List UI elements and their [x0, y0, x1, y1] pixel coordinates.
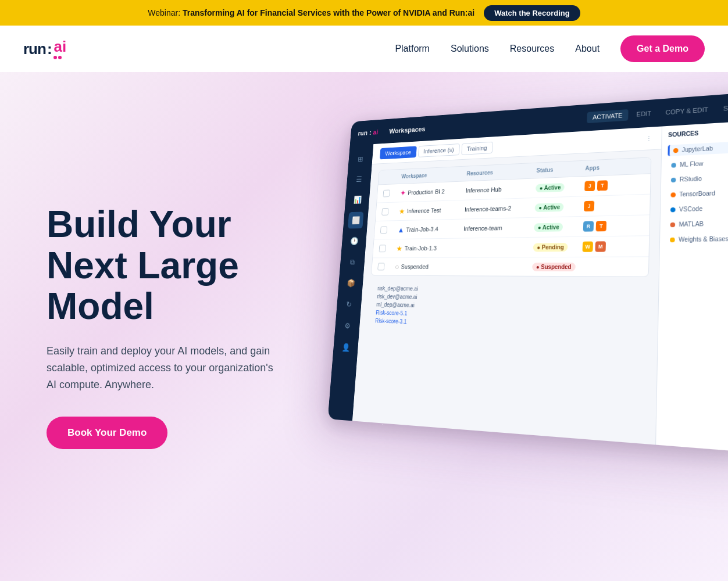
dash-tab-activate[interactable]: ACTIVATE [587, 109, 629, 123]
col-checkbox [384, 174, 398, 180]
dash-tab-edit[interactable]: EDIT [630, 107, 657, 121]
rstudio-icon: R [583, 221, 594, 231]
hero-description: Easily train and deploy your AI models, … [47, 343, 279, 393]
sidebar-icon-refresh[interactable]: ↻ [341, 296, 357, 313]
tensorboard-dot [670, 192, 676, 197]
dash-logo: run : ai [358, 128, 379, 137]
sidebar-icon-grid[interactable]: ⊞ [352, 150, 368, 167]
row-checkbox[interactable] [381, 208, 388, 216]
row-name: ○ Suspended [395, 262, 458, 271]
matlab-icon: M [595, 241, 606, 252]
dash-tab-copy-edit[interactable]: COPY & EDIT [659, 103, 715, 119]
status-badge-suspended: ● Suspended [532, 262, 576, 271]
sidebar-icon-list[interactable]: ☰ [351, 171, 367, 188]
nav-link-platform[interactable]: Platform [395, 44, 430, 54]
row-status: ● Active [534, 222, 579, 231]
row-status: ● Active [536, 182, 580, 192]
status-badge-active: ● Active [536, 183, 565, 192]
subnav-inference-btn[interactable]: Inference (s) [418, 144, 460, 157]
dash-actions: ⋮ [646, 135, 652, 141]
row-checkbox[interactable] [383, 190, 390, 198]
wb-dot [670, 237, 675, 242]
row-indicator: ○ [395, 263, 399, 271]
sidebar-icon-layers[interactable]: ⧉ [344, 253, 361, 270]
dash-table-area: Workspace Resources Status Apps ✦ [352, 149, 661, 444]
nav-links: Platform Solutions Resources About Get a… [395, 35, 705, 62]
row-name: ✦ Production BI 2 [400, 187, 462, 197]
right-panel-item-vscode[interactable]: VSCode [666, 201, 728, 215]
hero-title: Build Your Next Large Model [47, 204, 279, 327]
sidebar-icon-clock[interactable]: 🕐 [346, 232, 362, 249]
subnav-workspace-btn[interactable]: Workspace [380, 146, 417, 159]
row-apps: W M [583, 241, 642, 252]
right-panel-item-tensorboard[interactable]: TensorBoard [667, 186, 728, 200]
wb-icon: W [583, 242, 593, 252]
row-resource: Inference-team [463, 224, 530, 232]
row-name: ★ Train-Job-1.3 [396, 243, 459, 253]
col-status: Status [536, 166, 581, 174]
workspace-name: Suspended [401, 263, 429, 270]
row-indicator: ✦ [400, 189, 406, 198]
sidebar-icon-settings[interactable]: ⚙ [339, 317, 355, 334]
sidebar-icon-chart[interactable]: 📊 [349, 191, 365, 208]
row-apps: J T [584, 179, 643, 192]
row-status: ● Suspended [532, 262, 577, 271]
banner-text: Webinar: Transforming AI for Financial S… [148, 8, 474, 17]
jupyter-label: JupyterLab [682, 145, 713, 153]
logo-ai-text: ai [54, 39, 67, 54]
right-panel-item-wb[interactable]: Weights & Biases [666, 232, 728, 245]
nav-link-about[interactable]: About [575, 44, 599, 54]
dash-right-panel: SOURCES JupyterLab ML Flow RStudio [655, 120, 728, 454]
right-panel-item-mlflow[interactable]: ML Flow [668, 155, 728, 171]
hero-content: Build Your Next Large Model Easily train… [0, 157, 326, 496]
get-demo-button[interactable]: Get a Demo [620, 35, 705, 62]
vscode-dot [670, 207, 676, 211]
right-panel-title: SOURCES [668, 126, 728, 138]
tf-icon: T [597, 180, 608, 191]
row-status: ● Active [534, 202, 579, 212]
sidebar-icon-box[interactable]: 📦 [342, 274, 359, 291]
dash-logo-run: run [358, 129, 367, 137]
watch-recording-button[interactable]: Watch the Recording [484, 5, 580, 21]
dash-tab-sources[interactable]: SOURCES [717, 100, 728, 115]
right-panel-item-matlab[interactable]: MATLAB [666, 217, 728, 230]
right-panel-item-jupyter[interactable]: JupyterLab [668, 140, 728, 156]
logo-run-text: run [23, 40, 46, 58]
sidebar-icon-person[interactable]: 👤 [337, 338, 354, 356]
logo[interactable]: run: ai [23, 39, 66, 59]
nav-link-solutions[interactable]: Solutions [451, 44, 489, 54]
dash-topbar-title: Workspaces [389, 125, 426, 135]
dashboard-wrapper: run : ai Workspaces ACTIVATE EDIT COPY &… [328, 91, 728, 454]
row-indicator: ★ [396, 244, 403, 253]
banner-bold-text: Transforming AI for Financial Services w… [183, 8, 474, 17]
row-checkbox[interactable] [377, 263, 384, 270]
jupyter-dot [673, 148, 679, 152]
logo-colon: : [47, 40, 52, 58]
row-name: ★ Inference Test [399, 205, 461, 216]
jupyter-icon: J [584, 181, 595, 191]
row-name: ▲ Train-Job-3.4 [397, 224, 459, 234]
rstudio-label: RStudio [680, 175, 702, 183]
rstudio-dot [671, 177, 676, 182]
right-panel-item-rstudio[interactable]: RStudio [667, 170, 728, 185]
row-indicator: ▲ [397, 225, 404, 234]
dashboard: run : ai Workspaces ACTIVATE EDIT COPY &… [328, 91, 728, 454]
subnav-training-btn[interactable]: Training [461, 141, 493, 155]
row-checkbox[interactable] [380, 227, 387, 234]
row-checkbox[interactable] [379, 245, 386, 252]
dash-logo-ai: ai [373, 128, 379, 136]
book-demo-button[interactable]: Book Your Demo [47, 417, 167, 449]
email-list-area: risk_dep@acme.ai risk_dev@acme.ai ml_dep… [367, 280, 649, 338]
hero-section: Build Your Next Large Model Easily train… [0, 72, 728, 581]
row-resource: Inference Hub [466, 185, 531, 193]
nav-link-resources[interactable]: Resources [510, 44, 554, 54]
dashboard-mockup: run : ai Workspaces ACTIVATE EDIT COPY &… [309, 101, 728, 431]
announcement-banner: Webinar: Transforming AI for Financial S… [0, 0, 728, 26]
table-row: ○ Suspended ● Suspended [372, 257, 649, 276]
tensorboard-label: TensorBoard [679, 190, 715, 198]
row-indicator: ★ [399, 207, 406, 216]
col-apps: Apps [585, 163, 643, 171]
matlab-label: MATLAB [679, 221, 704, 228]
sidebar-icon-workspace[interactable]: ⬜ [348, 211, 364, 228]
matlab-dot [670, 222, 675, 227]
